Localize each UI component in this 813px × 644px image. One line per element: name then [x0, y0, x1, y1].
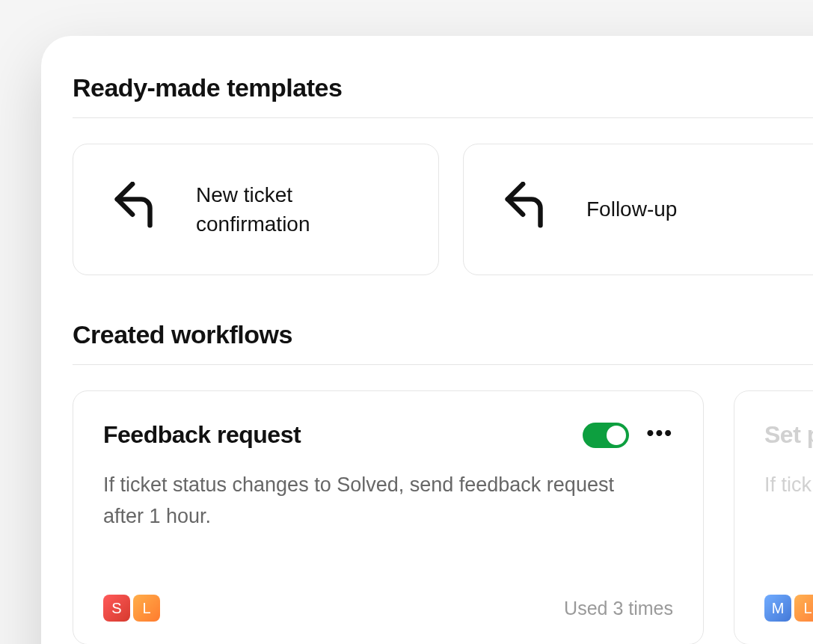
badge-l: L — [794, 595, 813, 622]
badge-s: S — [103, 595, 130, 622]
template-label: New ticket confirmation — [196, 180, 361, 239]
workflow-header: Feedback request ••• — [103, 421, 673, 449]
reply-arrow-icon — [111, 182, 163, 237]
workflow-header: Set p — [764, 421, 813, 449]
usage-count: Used 3 times — [564, 598, 673, 619]
workflow-description: If tick reque — [764, 470, 813, 501]
divider — [73, 117, 813, 118]
template-card-new-ticket-confirmation[interactable]: New ticket confirmation — [73, 144, 439, 275]
more-menu-icon[interactable]: ••• — [647, 423, 673, 448]
main-panel: Ready-made templates New ticket confirma… — [41, 36, 813, 644]
workflow-footer: S L Used 3 times — [103, 595, 673, 622]
integration-badges: S L — [103, 595, 160, 622]
integration-badges: M L — [764, 595, 813, 622]
workflow-card-feedback-request[interactable]: Feedback request ••• If ticket status ch… — [73, 390, 704, 644]
template-card-follow-up[interactable]: Follow-up — [463, 144, 813, 275]
workflow-footer: M L — [764, 595, 813, 622]
badge-l: L — [133, 595, 160, 622]
reply-arrow-icon — [501, 182, 553, 237]
workflow-title: Set p — [764, 421, 813, 449]
template-label: Follow-up — [586, 194, 677, 224]
workflow-toggle[interactable] — [583, 423, 629, 448]
templates-row: New ticket confirmation Follow-up — [73, 144, 813, 275]
workflow-card-set-p[interactable]: Set p If tick reque M L — [734, 390, 813, 644]
templates-heading: Ready-made templates — [73, 73, 813, 117]
workflows-heading: Created workflows — [73, 320, 813, 364]
workflow-description: If ticket status changes to Solved, send… — [103, 470, 642, 533]
workflow-controls: ••• — [583, 423, 673, 448]
workflows-row: Feedback request ••• If ticket status ch… — [73, 390, 813, 644]
workflow-title: Feedback request — [103, 421, 301, 449]
divider — [73, 364, 813, 365]
badge-m: M — [764, 595, 791, 622]
